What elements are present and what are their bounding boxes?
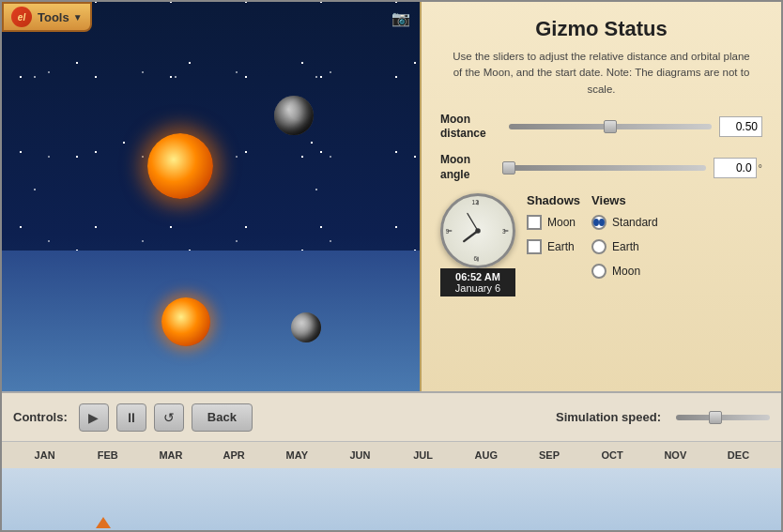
toolbar[interactable]: el Tools ▼ xyxy=(2,2,92,32)
shadow-earth-checkbox[interactable] xyxy=(527,239,542,254)
shadow-moon-label: Moon xyxy=(547,216,576,229)
timeline-indicator[interactable] xyxy=(96,517,111,528)
moon-distance-slider[interactable] xyxy=(509,124,712,129)
view-earth-row[interactable]: Earth xyxy=(591,239,658,254)
month-may: MAY xyxy=(266,449,329,461)
moon-angle-row: Moon angle 0.0 ° xyxy=(440,153,762,182)
moon-shadow xyxy=(274,96,314,135)
month-apr: APR xyxy=(203,449,266,461)
gizmo-lower-controls: 12 3 6 9 xyxy=(440,193,762,296)
moon-distance-label: Moon distance xyxy=(440,113,501,142)
moon-distance-row: Moon distance 0.50 xyxy=(440,113,762,142)
moon-angle-unit: ° xyxy=(759,162,762,174)
shadow-moon-row[interactable]: Moon xyxy=(527,215,580,230)
main-container: el Tools ▼ 📷 Gizmo Status Use the slider… xyxy=(0,0,783,532)
view-standard-label: Standard xyxy=(612,216,658,229)
month-jun: JUN xyxy=(329,449,392,461)
moon-angle-value[interactable]: 0.0 xyxy=(714,158,757,178)
logo-icon: el xyxy=(11,7,32,27)
sim-bottom-strip xyxy=(2,251,420,391)
month-jan: JAN xyxy=(13,449,76,461)
shadow-earth-label: Earth xyxy=(547,240,575,253)
controls-label: Controls: xyxy=(13,410,68,424)
controls-top-row: Controls: ▶ ⏸ ↺ Back Simulation speed: xyxy=(2,393,781,442)
month-sep: SEP xyxy=(517,449,580,461)
views-column: Views Standard Earth Moon xyxy=(591,193,658,288)
moon-distance-thumb[interactable] xyxy=(604,120,617,133)
clock-face: 12 3 6 9 xyxy=(440,193,515,268)
clock-date: January 6 xyxy=(446,282,510,294)
shadows-header: Shadows xyxy=(527,193,580,207)
clock-time-display: 06:52 AM January 6 xyxy=(440,268,515,296)
moon-angle-thumb[interactable] xyxy=(502,161,515,175)
pause-button[interactable]: ⏸ xyxy=(116,403,146,432)
svg-point-10 xyxy=(475,228,481,234)
moon-angle-label: Moon angle xyxy=(440,153,501,182)
month-dec: DEC xyxy=(707,449,770,461)
top-area: el Tools ▼ 📷 Gizmo Status Use the slider… xyxy=(2,2,781,391)
speed-slider[interactable] xyxy=(676,415,770,420)
moon-object xyxy=(274,96,314,135)
sun-object xyxy=(147,133,213,199)
tools-dropdown-arrow[interactable]: ▼ xyxy=(73,12,83,23)
clock-container: 12 3 6 9 xyxy=(440,193,515,296)
gizmo-description: Use the sliders to adjust the relative d… xyxy=(440,49,762,98)
clock-svg: 12 3 6 9 xyxy=(443,196,513,266)
months-bar: JAN FEB MAR APR MAY JUN JUL AUG SEP OCT … xyxy=(2,442,781,468)
month-oct: OCT xyxy=(581,449,644,461)
views-header: Views xyxy=(591,193,658,207)
view-earth-radio[interactable] xyxy=(591,239,606,254)
month-feb: FEB xyxy=(76,449,139,461)
reset-button[interactable]: ↺ xyxy=(154,403,184,432)
view-standard-radio[interactable] xyxy=(591,215,606,230)
svg-line-9 xyxy=(468,214,478,232)
speed-label: Simulation speed: xyxy=(556,410,661,424)
camera-icon[interactable]: 📷 xyxy=(392,9,412,24)
view-moon-label: Moon xyxy=(612,265,640,278)
simulation-area[interactable]: el Tools ▼ 📷 xyxy=(2,2,420,391)
sun-small-object xyxy=(161,297,210,346)
month-aug: AUG xyxy=(454,449,517,461)
gizmo-title: Gizmo Status xyxy=(440,17,762,41)
back-button[interactable]: Back xyxy=(192,403,253,432)
view-moon-radio[interactable] xyxy=(591,264,606,279)
gizmo-panel: Gizmo Status Use the sliders to adjust t… xyxy=(420,2,781,391)
bottom-bar: Controls: ▶ ⏸ ↺ Back Simulation speed: J… xyxy=(2,391,781,530)
svg-line-8 xyxy=(464,231,478,241)
month-jul: JUL xyxy=(392,449,454,461)
month-mar: MAR xyxy=(139,449,202,461)
view-earth-label: Earth xyxy=(612,240,639,253)
svg-text:6: 6 xyxy=(473,256,477,263)
moon-small-object xyxy=(291,312,321,342)
timeline-bar[interactable] xyxy=(2,468,781,530)
shadow-moon-checkbox[interactable] xyxy=(527,215,542,230)
shadows-column: Shadows Moon Earth xyxy=(527,193,580,264)
tools-label: Tools xyxy=(38,10,69,24)
clock-time: 06:52 AM xyxy=(446,271,510,282)
moon-angle-slider[interactable] xyxy=(509,165,706,171)
shadow-earth-row[interactable]: Earth xyxy=(527,239,580,254)
view-moon-row[interactable]: Moon xyxy=(591,264,658,279)
moon-distance-value[interactable]: 0.50 xyxy=(719,116,762,137)
month-nov: NOV xyxy=(644,449,707,461)
play-button[interactable]: ▶ xyxy=(79,403,109,432)
view-standard-row[interactable]: Standard xyxy=(591,215,658,230)
speed-slider-thumb[interactable] xyxy=(709,411,722,424)
